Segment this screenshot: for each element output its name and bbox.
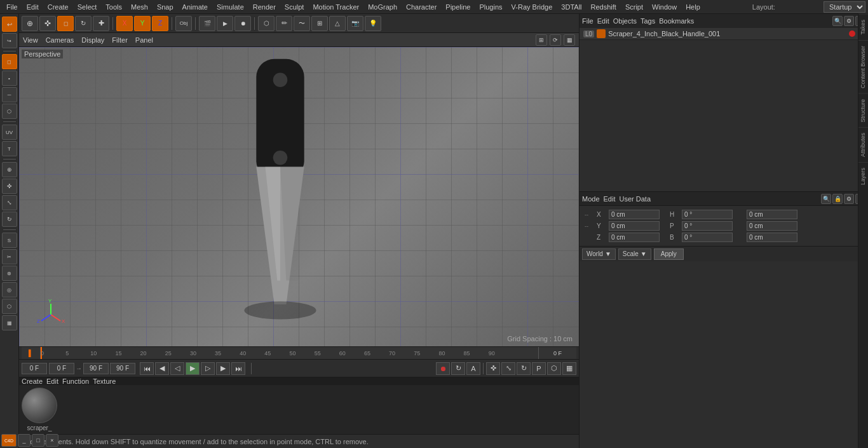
coord-x2-input[interactable] — [747, 210, 797, 219]
coord-x1-input[interactable] — [609, 210, 660, 219]
rotate-tool[interactable]: ↻ — [2, 212, 17, 227]
rotate-keys-btn[interactable]: ↻ — [517, 362, 531, 375]
end-frame-input[interactable] — [83, 363, 109, 374]
obj-menu-bookmarks[interactable]: Bookmarks — [659, 17, 694, 25]
viewport-maximize-btn[interactable]: ⊞ — [536, 34, 547, 46]
model-mode-button[interactable]: ◻ — [2, 54, 17, 69]
menu-3dtall[interactable]: 3DTAll — [557, 2, 585, 12]
menu-motion-tracker[interactable]: Motion Tracker — [309, 2, 363, 12]
camera-btn[interactable]: 📷 — [347, 16, 363, 31]
maximize-btn[interactable]: □ — [32, 434, 44, 447]
coord-p-input[interactable] — [682, 221, 733, 231]
attr-menu-edit[interactable]: Edit — [604, 195, 616, 203]
knife-tool[interactable]: ✂ — [2, 249, 17, 264]
viewport-layout-btn[interactable]: ▦ — [564, 34, 575, 46]
smooth-tool[interactable]: ◎ — [2, 282, 17, 297]
record-button[interactable]: ⏺ — [436, 362, 450, 375]
select-tool[interactable]: ⊕ — [2, 162, 17, 177]
layout-dropdown[interactable]: Startup — [824, 1, 865, 13]
menu-create[interactable]: Create — [44, 2, 72, 12]
live-select-tool[interactable]: S — [2, 233, 17, 248]
move-tool-top[interactable]: ✜ — [39, 16, 56, 31]
rotate-tool-top[interactable]: ↻ — [75, 16, 92, 31]
obj-mode-btn[interactable]: Obj — [175, 16, 192, 31]
magnet-tool[interactable]: ⊛ — [2, 266, 17, 281]
go-end-button[interactable]: ⏭ — [231, 362, 245, 375]
attr-settings-btn[interactable]: ⚙ — [844, 194, 854, 204]
start-frame-input[interactable] — [49, 363, 74, 374]
attr-menu-userdata[interactable]: User Data — [620, 195, 651, 203]
transform-tool[interactable]: ✚ — [93, 16, 109, 31]
mat-menu-create[interactable]: Create — [22, 377, 43, 385]
move-tool[interactable]: ✜ — [2, 179, 17, 194]
render-active-btn[interactable]: ⏺ — [234, 16, 251, 31]
coord-b-input[interactable] — [682, 233, 733, 242]
move-keys-btn[interactable]: ✜ — [486, 362, 500, 375]
object-visible-dot[interactable] — [849, 31, 855, 37]
next-key-button[interactable]: ▷ — [201, 362, 215, 375]
menu-mesh[interactable]: Mesh — [127, 2, 152, 12]
cube-primitive[interactable]: ◻ — [57, 16, 74, 31]
pen-tool-btn[interactable]: ✏ — [276, 16, 292, 31]
render-btn[interactable]: ▶ — [217, 16, 233, 31]
timeline-ruler[interactable]: ▌ 0 5 10 15 20 25 30 35 40 45 — [19, 346, 579, 359]
coord-y2-input[interactable] — [747, 221, 797, 231]
viewport-menu-panel[interactable]: Panel — [135, 36, 153, 44]
poly-mode-button[interactable]: ⬡ — [2, 104, 17, 119]
obj-search-btn[interactable]: 🔍 — [832, 16, 843, 26]
play-button[interactable]: ▶ — [186, 362, 200, 375]
object-list-item[interactable]: L0 Scraper_4_Inch_Black_Handle_001 — [580, 28, 868, 40]
obj-settings-btn[interactable]: ⚙ — [844, 16, 854, 26]
menu-select[interactable]: Select — [74, 2, 101, 12]
attr-menu-mode[interactable]: Mode — [582, 195, 600, 203]
menu-render[interactable]: Render — [249, 2, 280, 12]
coord-h-input[interactable] — [682, 210, 733, 219]
x-axis-btn[interactable]: X — [116, 16, 133, 31]
coord-z2-input[interactable] — [747, 233, 797, 242]
menu-window[interactable]: Window — [648, 2, 681, 12]
preview-btn[interactable]: ▦ — [562, 362, 576, 375]
keys-btn[interactable]: ⬡ — [547, 362, 561, 375]
texture-mode-button[interactable]: T — [2, 141, 17, 156]
tab-takes[interactable]: Takes — [858, 14, 868, 40]
obj-menu-file[interactable]: File — [582, 17, 593, 25]
mat-menu-texture[interactable]: Texture — [93, 377, 116, 385]
coord-y1-input[interactable] — [609, 221, 660, 231]
tab-attributes[interactable]: Attributes — [858, 127, 868, 162]
brush-tool[interactable]: ⬡ — [2, 299, 17, 314]
redo-button[interactable]: ↪ — [2, 33, 17, 48]
menu-help[interactable]: Help — [682, 2, 704, 12]
timeline-track[interactable]: 0 5 10 15 20 25 30 35 40 45 50 55 60 65 — [41, 347, 538, 359]
menu-character[interactable]: Character — [402, 2, 440, 12]
sculpt-tool-btn[interactable]: △ — [329, 16, 346, 31]
spline-tool-btn[interactable]: 〜 — [294, 16, 310, 31]
uv-mode-button[interactable]: UV — [2, 125, 17, 140]
snap-tool-btn[interactable]: ⊞ — [311, 16, 328, 31]
world-dropdown[interactable]: World ▼ — [582, 248, 616, 260]
view-cube-btn[interactable]: ⬡ — [258, 16, 275, 31]
y-axis-btn[interactable]: Y — [134, 16, 151, 31]
close-btn[interactable]: × — [46, 434, 58, 447]
scale-keys-btn[interactable]: ⤡ — [501, 362, 515, 375]
auto-key-button[interactable]: A — [466, 362, 480, 375]
loop-button[interactable]: ↻ — [451, 362, 465, 375]
preview-end-input[interactable] — [110, 363, 135, 374]
menu-vray[interactable]: V-Ray Bridge — [508, 2, 557, 12]
menu-tools[interactable]: Tools — [102, 2, 126, 12]
viewport-menu-filter[interactable]: Filter — [112, 36, 127, 44]
tab-layers[interactable]: Layers — [858, 162, 868, 190]
menu-snap[interactable]: Snap — [153, 2, 177, 12]
mat-menu-edit[interactable]: Edit — [46, 377, 58, 385]
viewport-3d[interactable]: Perspective X Z Y Grid Spacing : 10 cm — [19, 47, 579, 346]
tab-content-browser[interactable]: Content Browser — [858, 40, 868, 93]
viewport-menu-cameras[interactable]: Cameras — [46, 36, 74, 44]
light-btn[interactable]: 💡 — [365, 16, 381, 31]
go-start-button[interactable]: ⏮ — [140, 362, 154, 375]
viewport-menu-view[interactable]: View — [23, 36, 38, 44]
floor-tool[interactable]: ▦ — [2, 315, 17, 330]
menu-animate[interactable]: Animate — [179, 2, 212, 12]
menu-edit[interactable]: Edit — [23, 2, 43, 12]
prev-frame-button[interactable]: ◀ — [155, 362, 169, 375]
menu-plugins[interactable]: Plugins — [475, 2, 506, 12]
z-axis-btn[interactable]: Z — [152, 16, 168, 31]
